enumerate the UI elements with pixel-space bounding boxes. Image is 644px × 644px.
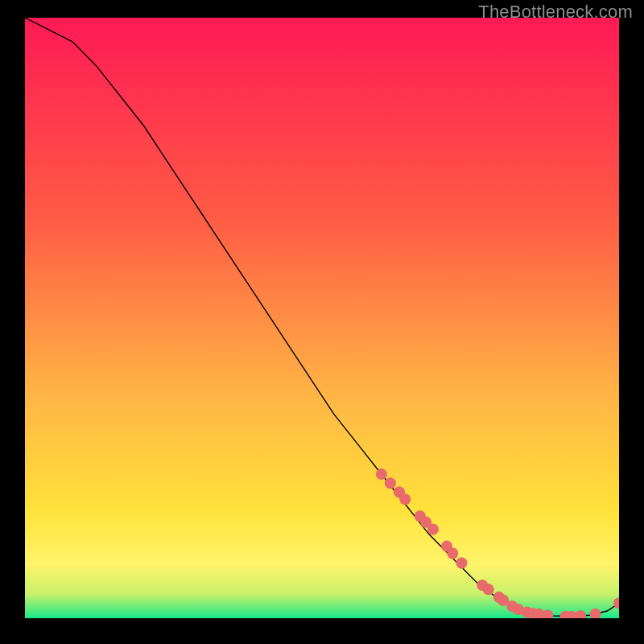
marker-dot — [376, 469, 387, 480]
marker-dot — [483, 584, 494, 595]
marker-dot — [399, 493, 411, 505]
gradient-background — [25, 18, 619, 618]
chart-svg — [25, 18, 619, 618]
watermark-text: TheBottleneck.com — [478, 2, 633, 23]
marker-dot — [456, 557, 467, 568]
marker-dot — [385, 477, 396, 489]
marker-dot — [427, 524, 439, 535]
marker-dot — [447, 547, 458, 559]
chart-area — [25, 18, 619, 618]
